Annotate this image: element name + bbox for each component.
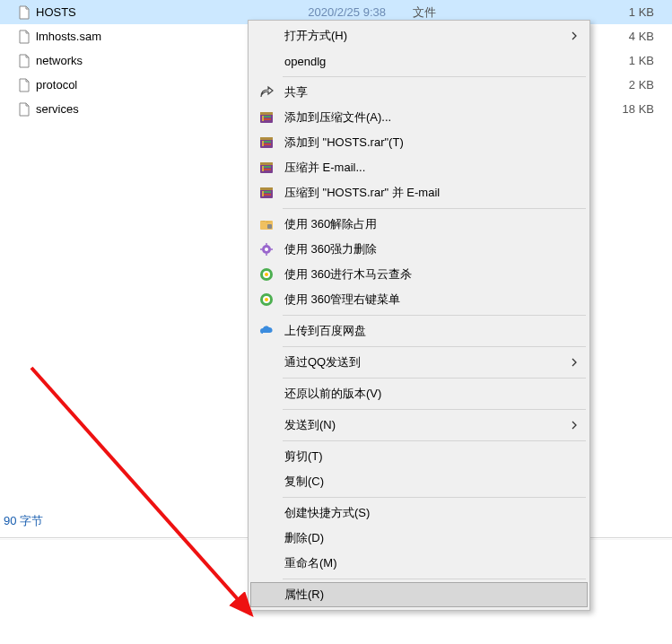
menu-label: 剪切(T) bbox=[284, 448, 579, 465]
menu-label: 压缩到 "HOSTS.rar" 并 E-mail bbox=[284, 185, 579, 201]
svg-rect-7 bbox=[262, 141, 264, 146]
menu-label: 上传到百度网盘 bbox=[284, 323, 579, 339]
file-name: HOSTS bbox=[36, 5, 296, 19]
menu-label: 添加到压缩文件(A)... bbox=[284, 109, 579, 126]
svg-rect-8 bbox=[264, 141, 271, 143]
menu-label: 使用 360进行木马云查杀 bbox=[284, 266, 579, 283]
file-icon bbox=[16, 53, 32, 69]
menu-add-hosts-rar[interactable]: 添加到 "HOSTS.rar"(T) bbox=[250, 130, 588, 155]
folder-lock-icon bbox=[256, 213, 277, 235]
menu-copy[interactable]: 复制(C) bbox=[250, 469, 588, 494]
menu-label: 通过QQ发送到 bbox=[284, 354, 570, 370]
chevron-right-icon bbox=[570, 358, 579, 367]
menu-separator bbox=[283, 497, 586, 498]
menu-label: 添加到 "HOSTS.rar"(T) bbox=[284, 135, 579, 151]
svg-rect-3 bbox=[264, 116, 271, 117]
menu-360-force-delete[interactable]: 使用 360强力删除 bbox=[250, 237, 588, 262]
menu-separator bbox=[283, 346, 586, 347]
menu-label: 共享 bbox=[284, 84, 579, 100]
menu-share[interactable]: 共享 bbox=[250, 80, 588, 105]
file-size: 1 KB bbox=[484, 5, 672, 19]
menu-label: 重命名(M) bbox=[284, 555, 579, 571]
menu-delete[interactable]: 删除(D) bbox=[250, 526, 588, 551]
menu-360-manage-menu[interactable]: 使用 360管理右键菜单 bbox=[250, 287, 588, 312]
baidu-cloud-icon bbox=[256, 320, 277, 342]
winrar-icon bbox=[256, 132, 277, 153]
menu-label: 发送到(N) bbox=[284, 417, 570, 433]
chevron-right-icon bbox=[570, 31, 579, 40]
menu-360-unlock[interactable]: 使用 360解除占用 bbox=[250, 212, 588, 237]
svg-point-23 bbox=[265, 248, 268, 251]
file-icon bbox=[16, 4, 32, 21]
menu-compress-hosts-email[interactable]: 压缩到 "HOSTS.rar" 并 E-mail bbox=[250, 180, 588, 205]
menu-separator bbox=[283, 440, 586, 441]
svg-rect-16 bbox=[260, 187, 273, 190]
chevron-right-icon bbox=[570, 421, 579, 430]
menu-add-archive[interactable]: 添加到压缩文件(A)... bbox=[250, 105, 588, 130]
file-icon bbox=[16, 29, 32, 45]
menu-label: 使用 360管理右键菜单 bbox=[284, 292, 579, 308]
annotation-arrow bbox=[22, 359, 274, 628]
menu-label: 还原以前的版本(V) bbox=[284, 386, 579, 402]
menu-open-with[interactable]: 打开方式(H) bbox=[250, 23, 588, 48]
menu-label: 使用 360解除占用 bbox=[284, 216, 579, 232]
menu-label: 属性(R) bbox=[284, 587, 579, 603]
svg-rect-2 bbox=[262, 116, 264, 121]
svg-rect-1 bbox=[260, 112, 273, 115]
file-icon bbox=[16, 77, 32, 93]
menu-send-to[interactable]: 发送到(N) bbox=[250, 413, 588, 438]
winrar-icon bbox=[256, 157, 277, 178]
svg-rect-21 bbox=[267, 224, 272, 229]
menu-label: 复制(C) bbox=[284, 474, 579, 490]
menu-restore-previous[interactable]: 还原以前的版本(V) bbox=[250, 381, 588, 406]
file-icon bbox=[16, 101, 32, 117]
menu-separator bbox=[283, 409, 586, 410]
360-icon bbox=[256, 289, 277, 310]
svg-point-30 bbox=[265, 273, 268, 276]
menu-send-qq[interactable]: 通过QQ发送到 bbox=[250, 350, 588, 375]
context-menu: 打开方式(H) opendlg 共享 添加到压缩文件(A)... 添加到 "HO… bbox=[248, 20, 590, 611]
menu-separator bbox=[283, 315, 586, 316]
svg-rect-18 bbox=[264, 191, 271, 193]
virus-icon bbox=[256, 239, 277, 260]
menu-label: 使用 360强力删除 bbox=[284, 241, 579, 257]
menu-separator bbox=[283, 208, 586, 209]
status-bar: 90 字节 bbox=[0, 511, 47, 531]
file-date: 2020/2/25 9:38 bbox=[296, 5, 413, 19]
svg-rect-12 bbox=[262, 166, 264, 171]
menu-360-trojan-scan[interactable]: 使用 360进行木马云查杀 bbox=[250, 262, 588, 287]
menu-separator bbox=[283, 378, 586, 379]
menu-separator bbox=[283, 579, 586, 579]
360-icon bbox=[256, 264, 277, 285]
menu-properties[interactable]: 属性(R) bbox=[250, 582, 588, 607]
svg-line-34 bbox=[31, 368, 251, 614]
menu-cut[interactable]: 剪切(T) bbox=[250, 444, 588, 469]
menu-separator bbox=[283, 76, 586, 77]
svg-rect-13 bbox=[264, 166, 271, 168]
menu-create-shortcut[interactable]: 创建快捷方式(S) bbox=[250, 500, 588, 526]
winrar-icon bbox=[256, 107, 277, 128]
svg-rect-9 bbox=[264, 144, 271, 145]
menu-opendlg[interactable]: opendlg bbox=[250, 48, 588, 74]
svg-rect-17 bbox=[262, 191, 264, 196]
menu-label: 打开方式(H) bbox=[284, 28, 570, 44]
menu-compress-email[interactable]: 压缩并 E-mail... bbox=[250, 155, 588, 180]
svg-rect-6 bbox=[260, 137, 273, 140]
file-type: 文件 bbox=[413, 4, 484, 21]
menu-label: opendlg bbox=[284, 55, 579, 68]
menu-rename[interactable]: 重命名(M) bbox=[250, 551, 588, 576]
menu-label: 删除(D) bbox=[284, 530, 579, 546]
winrar-icon bbox=[256, 182, 277, 204]
share-icon bbox=[256, 82, 277, 103]
menu-upload-baidu[interactable]: 上传到百度网盘 bbox=[250, 318, 588, 344]
svg-rect-11 bbox=[260, 162, 273, 165]
menu-label: 压缩并 E-mail... bbox=[284, 160, 579, 176]
svg-point-33 bbox=[265, 298, 268, 301]
svg-rect-14 bbox=[264, 169, 271, 170]
svg-rect-4 bbox=[264, 118, 271, 120]
menu-label: 创建快捷方式(S) bbox=[284, 505, 579, 521]
svg-rect-19 bbox=[264, 194, 271, 196]
